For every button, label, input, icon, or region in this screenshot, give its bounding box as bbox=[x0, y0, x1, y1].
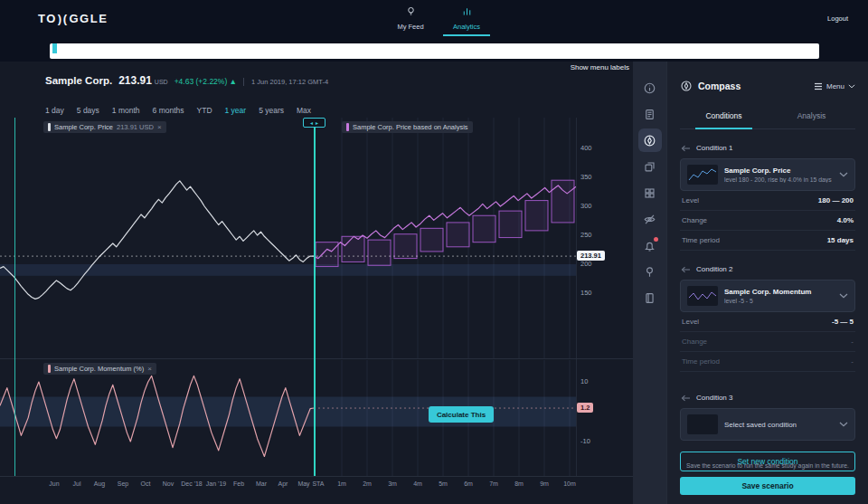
saved-condition-select[interactable]: Select saved condition bbox=[680, 408, 855, 441]
legend-label: Sample Corp. Price based on Analysis bbox=[353, 123, 468, 131]
y-axis-label: 10 bbox=[580, 377, 609, 385]
hide-icon[interactable] bbox=[638, 207, 662, 231]
x-axis-label: Oct bbox=[141, 480, 151, 487]
collapse-arrow-icon[interactable] bbox=[680, 266, 691, 273]
x-axis-label: Sep bbox=[118, 480, 128, 487]
logo-text: TO bbox=[38, 12, 57, 25]
chevron-down-icon[interactable] bbox=[839, 293, 848, 299]
chevron-down-icon[interactable] bbox=[839, 172, 848, 177]
search-band bbox=[0, 36, 868, 62]
news-icon[interactable] bbox=[638, 102, 662, 126]
divider-handle[interactable]: ◂ ▸ bbox=[303, 118, 326, 128]
collapse-arrow-icon[interactable] bbox=[680, 145, 691, 152]
condition-thumbnail bbox=[687, 414, 718, 434]
range-6-months[interactable]: 6 months bbox=[153, 106, 184, 115]
range-max[interactable]: Max bbox=[297, 106, 311, 115]
legend-forecast[interactable]: Sample Corp. Price based on Analysis bbox=[342, 121, 473, 133]
forecast-divider[interactable] bbox=[314, 118, 316, 476]
collapse-arrow-icon[interactable] bbox=[680, 395, 691, 402]
x-axis-label: 8m bbox=[514, 480, 524, 487]
notifications-icon[interactable] bbox=[638, 233, 662, 257]
menu-button[interactable]: Menu bbox=[814, 82, 855, 90]
top-bar: TO)(GGLE My Feed Analytics Logout bbox=[0, 0, 868, 36]
x-axis-label: Aug bbox=[94, 480, 105, 487]
text-cursor bbox=[52, 43, 57, 53]
condition-title: Select saved condition bbox=[724, 421, 797, 429]
search-input[interactable] bbox=[50, 43, 819, 59]
condition-label: Condition 2 bbox=[696, 265, 732, 273]
current-price-badge: 213.91 bbox=[577, 251, 605, 261]
show-menu-labels-toggle[interactable]: Show menu labels bbox=[488, 63, 629, 71]
condition-row: Change- bbox=[680, 332, 855, 352]
price-change: +4.63 (+2.22%) ▲ bbox=[175, 77, 237, 86]
chevron-down-icon[interactable] bbox=[839, 422, 848, 427]
save-scenario-note: Save the scenario to run the same study … bbox=[680, 462, 855, 469]
notification-dot bbox=[654, 237, 658, 242]
x-axis-label: Feb bbox=[233, 480, 244, 487]
x-axis-label: Apr bbox=[278, 480, 288, 487]
tab-analysis[interactable]: Analysis bbox=[768, 105, 855, 128]
logo-mark-icon: )( bbox=[57, 12, 70, 25]
momentum-chart[interactable] bbox=[0, 360, 633, 476]
range-5-days[interactable]: 5 days bbox=[77, 106, 99, 115]
range-ytd[interactable]: YTD bbox=[197, 106, 212, 115]
range-tabs: 1 day5 days1 month6 monthsYTD1 year5 yea… bbox=[45, 100, 324, 117]
legend-price[interactable]: Sample Corp. Price 213.91 USD × bbox=[43, 121, 166, 133]
close-icon[interactable]: × bbox=[147, 365, 152, 373]
panel-title: Compass bbox=[680, 80, 741, 92]
save-scenario-button[interactable]: Save scenario bbox=[680, 477, 855, 495]
tab-label: Analytics bbox=[453, 23, 480, 31]
compass-icon[interactable] bbox=[638, 128, 662, 152]
x-axis-label: 5m bbox=[439, 480, 448, 487]
tab-analytics[interactable]: Analytics bbox=[443, 0, 490, 36]
icon-strip bbox=[633, 62, 666, 504]
brand-logo[interactable]: TO)(GGLE bbox=[38, 12, 108, 25]
legend-momentum[interactable]: Sample Corp. Momentum (%) × bbox=[43, 363, 156, 375]
range-1-day[interactable]: 1 day bbox=[45, 106, 64, 115]
condition-section-1: Condition 1 Sample Corp. Price level 180… bbox=[680, 144, 855, 251]
condition-title: Sample Corp. Momentum bbox=[724, 288, 811, 296]
timestamp: 1 Jun 2019, 17:12 GMT-4 bbox=[243, 78, 328, 86]
condition-thumbnail bbox=[687, 165, 718, 185]
legend-label: Sample Corp. Price bbox=[54, 123, 113, 131]
hamburger-icon bbox=[814, 82, 823, 90]
x-axis-label: 7m bbox=[489, 480, 498, 487]
x-axis-label: 6m bbox=[464, 480, 473, 487]
x-axis-label: 10m bbox=[563, 480, 576, 487]
condition-subtitle: level 180 - 200, rise by 4.0% in 15 days bbox=[724, 176, 832, 183]
logo-text: GGLE bbox=[70, 12, 108, 25]
x-axis-label: Jun bbox=[49, 480, 59, 487]
condition-section-2: Condition 2 Sample Corp. Momentum level … bbox=[680, 265, 855, 372]
condition-card[interactable]: Sample Corp. Price level 180 - 200, rise… bbox=[680, 158, 855, 191]
main-tabs: My Feed Analytics bbox=[387, 0, 490, 36]
range-1-month[interactable]: 1 month bbox=[112, 106, 140, 115]
chart-separator bbox=[0, 358, 633, 359]
x-axis-label: 4m bbox=[413, 480, 422, 487]
x-axis-label: May bbox=[297, 480, 309, 487]
condition-thumbnail bbox=[687, 286, 718, 306]
series-color-bar bbox=[48, 123, 51, 131]
info-icon[interactable] bbox=[638, 76, 662, 100]
logout-button[interactable]: Logout bbox=[827, 14, 848, 23]
quote-row: Sample Corp. 213.91 USD +4.63 (+2.22%) ▲… bbox=[45, 74, 328, 87]
calculate-this-button[interactable]: Calculate This bbox=[429, 406, 494, 423]
location-icon[interactable] bbox=[638, 260, 662, 283]
bar-chart-icon bbox=[461, 5, 473, 21]
condition-card[interactable]: Sample Corp. Momentum level -5 - 5 bbox=[680, 280, 855, 312]
condition-section-3: Condition 3 Select saved condition Set n… bbox=[680, 394, 855, 471]
journal-icon[interactable] bbox=[638, 286, 662, 309]
price-chart[interactable] bbox=[0, 118, 633, 358]
axis-separator bbox=[0, 476, 633, 477]
y-axis-label: 300 bbox=[580, 202, 609, 210]
currency: USD bbox=[155, 79, 168, 85]
x-axis-label: Dec '18 bbox=[181, 480, 203, 487]
apps-icon[interactable] bbox=[638, 181, 662, 204]
copy-icon[interactable] bbox=[638, 155, 662, 178]
tab-my-feed[interactable]: My Feed bbox=[387, 0, 434, 36]
arrow-left-icon: ◂ bbox=[310, 119, 313, 126]
range-5-years[interactable]: 5 years bbox=[259, 106, 284, 115]
tab-conditions[interactable]: Conditions bbox=[680, 105, 768, 128]
close-icon[interactable]: × bbox=[157, 123, 162, 131]
x-axis-label: 3m bbox=[388, 480, 397, 487]
range-1-year[interactable]: 1 year bbox=[225, 106, 247, 115]
